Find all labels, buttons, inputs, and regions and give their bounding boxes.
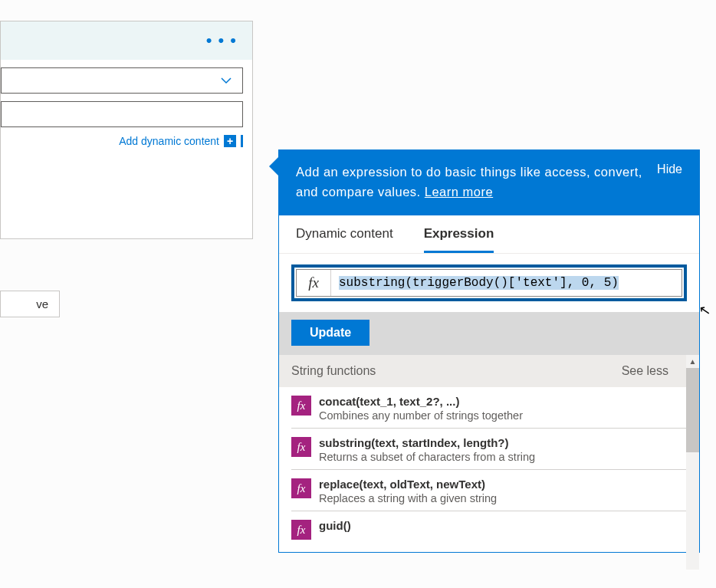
tab-bar: Dynamic content Expression [279, 215, 699, 254]
save-button-label: ve [36, 297, 48, 310]
string-functions-list: fx concat(text_1, text_2?, ...) Combines… [279, 387, 699, 552]
divider-icon [241, 135, 243, 147]
expression-value: substring(triggerBody()['text'], 0, 5) [339, 276, 619, 290]
section-header-string-functions[interactable]: String functions See less [279, 355, 699, 387]
expression-input[interactable]: substring(triggerBody()['text'], 0, 5) [331, 270, 682, 296]
flyout-banner: Add an expression to do basic things lik… [279, 150, 699, 215]
tab-expression[interactable]: Expression [424, 215, 494, 253]
expression-editor-row: fx substring(triggerBody()['text'], 0, 5… [296, 269, 682, 297]
function-signature: substring(text, startIndex, length?) [319, 436, 535, 449]
fx-badge-icon: fx [291, 520, 311, 540]
fx-icon: fx [297, 270, 331, 296]
flyout-caret-icon [269, 157, 278, 176]
function-signature: replace(text, oldText, newText) [319, 478, 497, 491]
function-description: Replaces a string with a given string [319, 492, 497, 504]
function-description: Combines any number of strings together [319, 409, 523, 422]
function-item-concat[interactable]: fx concat(text_1, text_2?, ...) Combines… [291, 387, 687, 429]
expression-editor-frame: fx substring(triggerBody()['text'], 0, 5… [291, 264, 687, 301]
fx-badge-icon: fx [291, 478, 311, 498]
cursor-icon: ↖ [698, 301, 712, 320]
save-button[interactable]: ve [0, 291, 60, 317]
expression-flyout: Add an expression to do basic things lik… [278, 149, 700, 553]
dropdown-field[interactable] [1, 67, 243, 94]
add-dynamic-label: Add dynamic content [119, 135, 219, 147]
plus-icon: + [224, 135, 236, 147]
function-signature: concat(text_1, text_2?, ...) [319, 395, 523, 408]
tab-dynamic-content[interactable]: Dynamic content [296, 215, 393, 253]
chevron-down-icon [219, 74, 233, 87]
learn-more-link[interactable]: Learn more [425, 185, 493, 199]
expression-editor-area: fx substring(triggerBody()['text'], 0, 5… [279, 254, 699, 312]
hide-button[interactable]: Hide [657, 163, 682, 176]
fx-badge-icon: fx [291, 396, 311, 416]
text-field[interactable] [1, 101, 243, 127]
banner-text: Add an expression to do basic things lik… [296, 163, 645, 202]
action-card: • • • Add dynamic content + [0, 21, 253, 239]
scrollbar[interactable]: ▲ [686, 355, 699, 570]
scroll-thumb[interactable] [686, 368, 699, 452]
update-button[interactable]: Update [291, 320, 369, 346]
function-item-replace[interactable]: fx replace(text, oldText, newText) Repla… [291, 470, 687, 511]
function-list-area: String functions See less fx concat(text… [279, 355, 699, 552]
section-title: String functions [291, 364, 376, 378]
action-card-header: • • • [1, 21, 252, 60]
see-less-link[interactable]: See less [622, 364, 668, 378]
scroll-up-icon[interactable]: ▲ [686, 355, 699, 368]
update-bar: Update [279, 312, 699, 355]
function-signature: guid() [319, 519, 351, 532]
fx-badge-icon: fx [291, 437, 311, 457]
function-item-substring[interactable]: fx substring(text, startIndex, length?) … [291, 429, 687, 470]
add-dynamic-content[interactable]: Add dynamic content + [1, 135, 243, 147]
function-description: Returns a subset of characters from a st… [319, 451, 535, 463]
function-item-guid[interactable]: fx guid() [291, 511, 687, 546]
